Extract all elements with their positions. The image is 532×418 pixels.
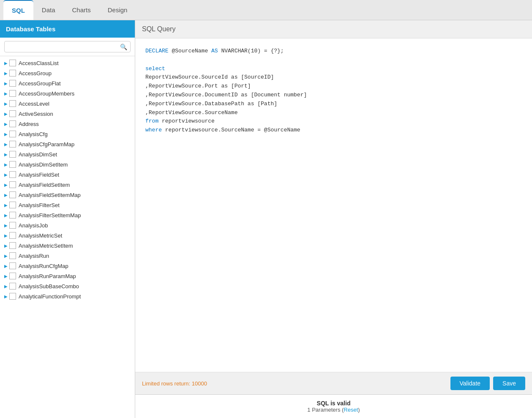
table-icon (9, 161, 16, 168)
table-icon (9, 293, 16, 300)
table-icon (9, 202, 16, 208)
tab-design[interactable]: Design (99, 0, 136, 20)
table-item[interactable]: ▶ AnalyticalFunctionPrompt (0, 291, 135, 301)
expand-arrow-icon: ▶ (4, 223, 8, 228)
table-icon (9, 60, 16, 66)
table-name-label: AnalysisJob (19, 222, 48, 229)
search-input[interactable] (4, 41, 131, 52)
expand-arrow-icon: ▶ (4, 132, 8, 137)
table-name-label: AnalysisDimSetItem (19, 161, 68, 168)
table-item[interactable]: ▶ ActiveSession (0, 109, 135, 119)
table-icon (9, 120, 16, 127)
expand-arrow-icon: ▶ (4, 112, 8, 116)
table-name-label: AccessLevel (19, 101, 49, 107)
table-item[interactable]: ▶ AnalysisSubBaseCombo (0, 281, 135, 291)
table-item[interactable]: ▶ Address (0, 119, 135, 129)
tab-charts[interactable]: Charts (64, 0, 99, 20)
table-icon (9, 283, 16, 290)
content-area: SQL Query DECLARE @SourceName AS NVARCHA… (135, 20, 532, 418)
table-item[interactable]: ▶ AccessGroup (0, 68, 135, 78)
table-item[interactable]: ▶ AnalysisRunCfgMap (0, 261, 135, 271)
table-item[interactable]: ▶ AnalysisCfgParamMap (0, 139, 135, 149)
table-icon (9, 262, 16, 269)
expand-arrow-icon: ▶ (4, 81, 8, 86)
expand-arrow-icon: ▶ (4, 193, 8, 197)
table-item[interactable]: ▶ AnalysisFilterSetItemMap (0, 210, 135, 220)
table-icon (9, 273, 16, 279)
table-name-label: AccessGroup (19, 70, 52, 76)
table-icon (9, 191, 16, 198)
sidebar-search-container: 🔍 (0, 38, 135, 56)
table-name-label: AnalysisMetricSet (19, 232, 62, 239)
table-item[interactable]: ▶ AccessGroupFlat (0, 78, 135, 88)
table-item[interactable]: ▶ AnalysisJob (0, 220, 135, 230)
table-item[interactable]: ▶ AnalysisDimSetItem (0, 159, 135, 169)
table-name-label: AnalysisRunParamMap (19, 273, 76, 279)
table-item[interactable]: ▶ AnalysisMetricSet (0, 230, 135, 240)
table-item[interactable]: ▶ AccessGroupMembers (0, 88, 135, 98)
expand-arrow-icon: ▶ (4, 284, 8, 289)
table-icon (9, 212, 16, 219)
table-icon (9, 232, 16, 239)
expand-arrow-icon: ▶ (4, 233, 8, 238)
tab-data[interactable]: Data (33, 0, 64, 20)
action-buttons: Validate Save (450, 377, 525, 390)
table-item[interactable]: ▶ AnalysisRun (0, 251, 135, 261)
expand-arrow-icon: ▶ (4, 101, 8, 106)
table-name-label: AnalysisFieldSetItem (19, 182, 70, 188)
table-icon (9, 70, 16, 76)
table-icon (9, 131, 16, 137)
table-name-label: AnalysisFilterSet (19, 202, 60, 208)
params-label: 1 Parameters ( (307, 407, 344, 413)
table-name-label: AccessClassList (19, 60, 59, 66)
table-name-label: AnalysisSubBaseCombo (19, 283, 79, 290)
sql-query-header: SQL Query (135, 20, 532, 38)
table-item[interactable]: ▶ AccessClassList (0, 58, 135, 68)
expand-arrow-icon: ▶ (4, 122, 8, 126)
table-item[interactable]: ▶ AnalysisDimSet (0, 149, 135, 159)
tabs-bar: SQL Data Charts Design (0, 0, 532, 20)
table-list: ▶ AccessClassList ▶ AccessGroup ▶ Access… (0, 56, 135, 418)
table-name-label: AnalysisFieldSet (19, 172, 59, 178)
table-name-label: AnalyticalFunctionPrompt (19, 293, 81, 300)
sql-valid-text: SQL is valid (142, 400, 525, 407)
expand-arrow-icon: ▶ (4, 213, 8, 218)
expand-arrow-icon: ▶ (4, 203, 8, 208)
table-name-label: AccessGroupMembers (19, 90, 74, 97)
table-item[interactable]: ▶ AnalysisFilterSet (0, 200, 135, 210)
table-item[interactable]: ▶ AnalysisCfg (0, 129, 135, 139)
status-bar: SQL is valid 1 Parameters (Reset) (135, 394, 532, 418)
table-item[interactable]: ▶ AnalysisFieldSetItemMap (0, 190, 135, 200)
table-icon (9, 242, 16, 249)
table-name-label: AnalysisFilterSetItemMap (19, 212, 81, 219)
reset-link[interactable]: Reset (344, 407, 358, 413)
tab-sql[interactable]: SQL (3, 0, 33, 20)
table-icon (9, 222, 16, 229)
expand-arrow-icon: ▶ (4, 243, 8, 248)
expand-arrow-icon: ▶ (4, 71, 8, 76)
expand-arrow-icon: ▶ (4, 142, 8, 147)
table-item[interactable]: ▶ AnalysisFieldSetItem (0, 180, 135, 190)
expand-arrow-icon: ▶ (4, 172, 8, 177)
validate-button[interactable]: Validate (450, 377, 490, 390)
table-name-label: ActiveSession (19, 111, 53, 117)
table-item[interactable]: ▶ AnalysisMetricSetItem (0, 240, 135, 251)
table-icon (9, 110, 16, 117)
table-icon (9, 252, 16, 259)
expand-arrow-icon: ▶ (4, 183, 8, 187)
expand-arrow-icon: ▶ (4, 294, 8, 299)
table-item[interactable]: ▶ AnalysisRunParamMap (0, 271, 135, 281)
footer-bar: Limited rows return: 10000 Validate Save (135, 372, 532, 394)
table-name-label: AccessGroupFlat (19, 80, 61, 87)
table-name-label: AnalysisCfg (19, 131, 48, 137)
save-button[interactable]: Save (493, 377, 525, 390)
expand-arrow-icon: ▶ (4, 152, 8, 157)
table-item[interactable]: ▶ AnalysisFieldSet (0, 169, 135, 180)
params-suffix: ) (358, 407, 360, 413)
limited-rows-text: Limited rows return: 10000 (142, 380, 207, 387)
table-item[interactable]: ▶ AccessLevel (0, 98, 135, 109)
sql-editor[interactable]: DECLARE @SourceName AS NVARCHAR(10) = {?… (135, 38, 532, 372)
table-name-label: AnalysisRunCfgMap (19, 263, 68, 269)
sidebar-title: Database Tables (0, 20, 135, 38)
table-icon (9, 141, 16, 148)
